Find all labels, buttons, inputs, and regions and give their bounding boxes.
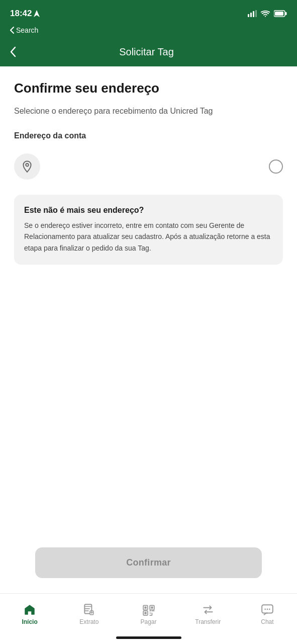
- nav-item-inicio-label: Início: [22, 618, 37, 625]
- nav-item-inicio[interactable]: Início: [0, 603, 59, 625]
- location-icon-wrap: [14, 153, 40, 180]
- info-box-text: Se o endereço estiver incorreto, entre e…: [24, 220, 273, 254]
- nav-item-chat[interactable]: Chat: [238, 603, 297, 625]
- info-box-title: Este não é mais seu endereço?: [24, 206, 273, 215]
- status-icons: [248, 10, 287, 17]
- page-title: Confirme seu endereço: [14, 80, 283, 96]
- bottom-nav: Início Extrato Pagar Transferir: [0, 593, 297, 633]
- wifi-icon: [261, 10, 270, 17]
- svg-rect-4: [255, 10, 257, 17]
- svg-point-19: [267, 608, 268, 610]
- address-option-row[interactable]: [14, 148, 283, 185]
- home-indicator-bar: [116, 636, 181, 639]
- nav-item-transferir[interactable]: Transferir: [178, 603, 238, 625]
- page-subtitle: Selecione o endereço para recebimento da…: [14, 105, 283, 117]
- nav-bar: Solicitar Tag: [0, 39, 297, 66]
- svg-rect-2: [250, 13, 252, 17]
- info-box: Este não é mais seu endereço? Se o ender…: [14, 195, 283, 265]
- svg-rect-14: [144, 606, 146, 608]
- home-icon: [23, 603, 36, 616]
- search-back-button[interactable]: Search: [10, 26, 38, 34]
- address-radio-button[interactable]: [269, 159, 283, 174]
- status-bar: 18:42: [0, 0, 297, 25]
- address-left: [14, 153, 40, 180]
- svg-point-18: [264, 608, 266, 610]
- svg-rect-6: [285, 12, 287, 15]
- battery-icon: [274, 10, 287, 17]
- svg-rect-3: [253, 11, 254, 17]
- section-label: Endereço da conta: [14, 131, 283, 140]
- svg-rect-7: [275, 12, 283, 16]
- nav-item-extrato[interactable]: Extrato: [59, 603, 119, 625]
- svg-rect-1: [248, 14, 249, 17]
- nav-item-extrato-label: Extrato: [79, 618, 98, 625]
- pagar-icon: [142, 603, 155, 616]
- extrato-icon: [82, 603, 95, 616]
- page-title-header: Solicitar Tag: [21, 46, 272, 58]
- back-button[interactable]: [10, 46, 16, 57]
- location-arrow-icon: [34, 10, 40, 17]
- nav-item-chat-label: Chat: [261, 618, 273, 625]
- svg-point-8: [26, 164, 28, 166]
- location-pin-icon: [21, 160, 34, 173]
- main-content: Confirme seu endereço Selecione o endere…: [0, 66, 297, 419]
- svg-rect-15: [151, 606, 153, 608]
- sub-nav: Search: [0, 25, 297, 39]
- svg-point-20: [269, 608, 270, 610]
- confirm-button[interactable]: Confirmar: [35, 547, 262, 578]
- signal-icon: [248, 10, 257, 17]
- chat-icon: [261, 603, 274, 616]
- svg-rect-16: [144, 612, 146, 614]
- chevron-left-icon: [10, 27, 14, 34]
- nav-item-transferir-label: Transferir: [195, 618, 221, 625]
- nav-item-pagar-label: Pagar: [140, 618, 156, 625]
- transfer-icon: [202, 603, 215, 616]
- back-arrow-icon: [10, 46, 16, 57]
- confirm-btn-wrap: Confirmar: [0, 547, 297, 593]
- svg-marker-0: [34, 10, 40, 17]
- nav-item-pagar[interactable]: Pagar: [119, 603, 178, 625]
- status-time: 18:42: [10, 9, 40, 19]
- home-indicator: [0, 633, 297, 644]
